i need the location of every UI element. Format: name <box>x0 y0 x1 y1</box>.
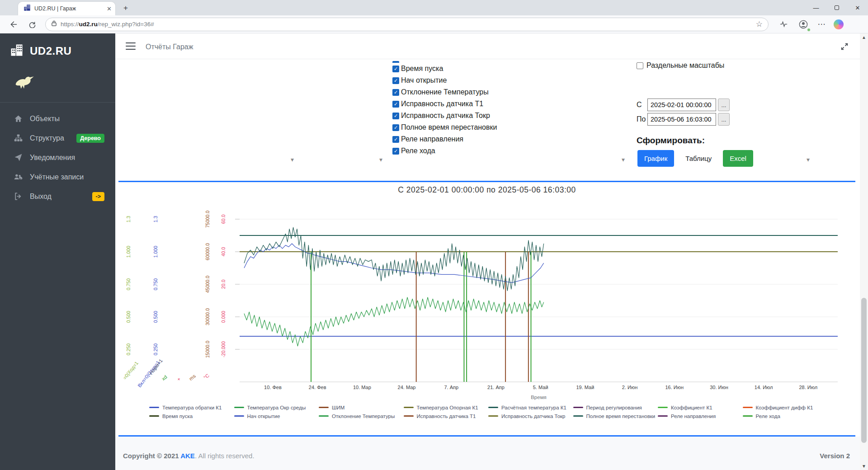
legend-item: Исправность датчика Токр <box>488 412 573 420</box>
column4-scroll-down-icon[interactable]: ▾ <box>807 156 810 163</box>
date-from-picker-button[interactable]: ... <box>718 99 730 111</box>
browser-essentials-icon[interactable] <box>777 18 790 31</box>
sidebar-item-4[interactable]: Учётные записи <box>0 167 115 187</box>
refresh-icon[interactable] <box>25 18 39 31</box>
scrollbar-thumb[interactable] <box>861 298 867 443</box>
param-row[interactable]: ✓Отклонение Температуры <box>392 86 624 98</box>
sidebar-item-badge: Дерево <box>76 134 104 143</box>
checkbox-checked-icon[interactable]: ✓ <box>392 113 399 119</box>
param-label: Реле хода <box>401 147 435 155</box>
browser-tab[interactable]: UD2.RU | Гараж ✕ <box>18 2 115 15</box>
y-tick-label: 1.3 <box>153 216 158 223</box>
generate-buttons: График Таблицу Excel <box>637 150 753 167</box>
param-row-clipped[interactable]: ✓ <box>392 60 624 63</box>
x-tick-label: 24. Мар <box>398 385 416 390</box>
param-row[interactable]: ✓Нач открытие <box>392 75 624 86</box>
y-tick-label: 1.000 <box>153 246 158 258</box>
param-row[interactable]: ✓Полное время перестановки <box>392 122 624 133</box>
legend-label: Исправность датчика Токр <box>501 414 565 419</box>
chart-legend: Температура обратки К1Время пускаТемпера… <box>149 403 827 420</box>
checkbox-unchecked-icon[interactable] <box>637 62 643 69</box>
checkbox-checked-icon[interactable]: ✓ <box>392 101 399 108</box>
ake-link[interactable]: AKE <box>180 452 195 460</box>
date-to-picker-button[interactable]: ... <box>718 113 730 126</box>
chart-button[interactable]: График <box>637 150 674 167</box>
sidebar-item-label: Структура <box>30 134 64 142</box>
x-tick-label: 19. Май <box>576 385 594 390</box>
sidebar-item-5[interactable]: Выход-> <box>0 187 115 206</box>
page-scrollbar[interactable]: ▲ ▼ <box>860 33 868 470</box>
legend-column: Температура обратки К1Время пуска <box>149 403 234 420</box>
hamburger-menu-icon[interactable] <box>126 42 136 50</box>
sidebar-brand[interactable]: UD2.RU <box>0 33 115 59</box>
browser-toolbar: https://ud2.ru/rep_wiz.php?id=36# ☆ ⋯ <box>0 15 868 33</box>
checkbox-checked-icon[interactable]: ✓ <box>392 89 399 96</box>
param-label: Исправность датчика Т1 <box>401 100 483 108</box>
y-tick-label: 0.500 <box>153 311 158 323</box>
legend-item: Реле хода <box>743 412 828 420</box>
y-tick-label: 0.000 <box>221 311 226 323</box>
date-to-input[interactable] <box>647 113 716 126</box>
legend-swatch <box>488 407 498 408</box>
sidebar-item-label: Уведомления <box>30 154 75 162</box>
home-icon <box>14 114 23 123</box>
address-bar[interactable]: https://ud2.ru/rep_wiz.php?id=36# ☆ <box>45 18 769 31</box>
sidebar-item-badge: -> <box>92 192 104 201</box>
param-row[interactable]: ✓Исправность датчика Токр <box>392 110 624 122</box>
param-row[interactable]: ✓Реле хода <box>392 145 624 157</box>
x-tick-label: 28. Июл <box>799 385 818 390</box>
column2-scroll-down-icon[interactable]: ▾ <box>379 156 382 163</box>
checkbox-checked-icon[interactable]: ✓ <box>392 136 399 143</box>
column1-scroll-down-icon[interactable]: ▾ <box>291 156 294 163</box>
param-row[interactable]: ✓Реле направления <box>392 133 624 145</box>
sidebar-item-1[interactable]: Объекты <box>0 109 115 128</box>
legend-swatch <box>573 415 583 417</box>
param-checkbox-list: ✓ ✓Время пуска✓Нач открытие✓Отклонение Т… <box>389 60 624 157</box>
clipped-text <box>402 60 470 63</box>
param-row[interactable]: ✓Время пуска <box>392 63 624 75</box>
sidebar-item-3[interactable]: Уведомления <box>0 148 115 167</box>
fullscreen-expand-icon[interactable] <box>840 42 849 53</box>
scroll-down-icon[interactable]: ▼ <box>860 462 868 470</box>
legend-swatch <box>743 407 753 408</box>
back-icon[interactable] <box>6 18 20 31</box>
date-to-label: По <box>637 115 647 123</box>
tab-close-icon[interactable]: ✕ <box>107 6 112 12</box>
url-text[interactable]: https://ud2.ru/rep_wiz.php?id=36# <box>61 21 756 28</box>
sidebar-item-2[interactable]: СтруктураДерево <box>0 128 115 148</box>
profile-avatar[interactable] <box>797 18 810 31</box>
checkbox-checked-icon[interactable]: ✓ <box>392 148 399 155</box>
report-chart[interactable]: 1.31.0000.7500.5000.2501.31.0000.7500.50… <box>118 194 859 402</box>
param-row[interactable]: ✓Исправность датчика Т1 <box>392 98 624 110</box>
checkbox-checked-icon[interactable]: ✓ <box>392 124 399 131</box>
lock-icon <box>51 20 57 28</box>
copilot-icon[interactable] <box>832 18 845 31</box>
date-from-input[interactable] <box>647 99 716 111</box>
scroll-up-icon[interactable]: ▲ <box>860 33 868 41</box>
new-tab-button[interactable]: + <box>120 3 131 14</box>
legend-swatch <box>658 407 668 408</box>
x-tick-label: 30. Июн <box>710 385 728 390</box>
excel-button[interactable]: Excel <box>723 150 753 167</box>
axis-unit-label: °C <box>203 372 210 380</box>
window-minimize-button[interactable]: — <box>806 0 826 15</box>
checkbox-checked-icon[interactable]: ✓ <box>392 66 399 72</box>
x-tick-label: 10. Мар <box>353 385 371 390</box>
column3-scroll-down-icon[interactable]: ▾ <box>622 156 625 163</box>
favorite-star-icon[interactable]: ☆ <box>756 19 763 29</box>
y-tick-label: 75000.0 <box>205 211 210 228</box>
sidebar-item-label: Объекты <box>30 115 60 123</box>
tab-title: UD2.RU | Гараж <box>34 5 93 12</box>
x-tick-label: 7. Апр <box>444 385 458 390</box>
legend-label: Температура обратки К1 <box>162 405 222 410</box>
tab-strip: UD2.RU | Гараж ✕ + — ✕ <box>0 0 868 15</box>
series-line <box>244 227 544 291</box>
settings-more-icon[interactable]: ⋯ <box>815 18 828 31</box>
separate-scales-checkbox[interactable]: Раздельные масштабы <box>637 61 724 70</box>
table-button[interactable]: Таблицу <box>679 150 718 167</box>
window-close-button[interactable]: ✕ <box>847 0 868 15</box>
checkbox-checked-icon[interactable]: ✓ <box>392 77 399 84</box>
legend-swatch <box>488 415 498 417</box>
legend-item: Коэффициент К1 <box>658 403 743 412</box>
window-maximize-button[interactable] <box>826 0 847 15</box>
